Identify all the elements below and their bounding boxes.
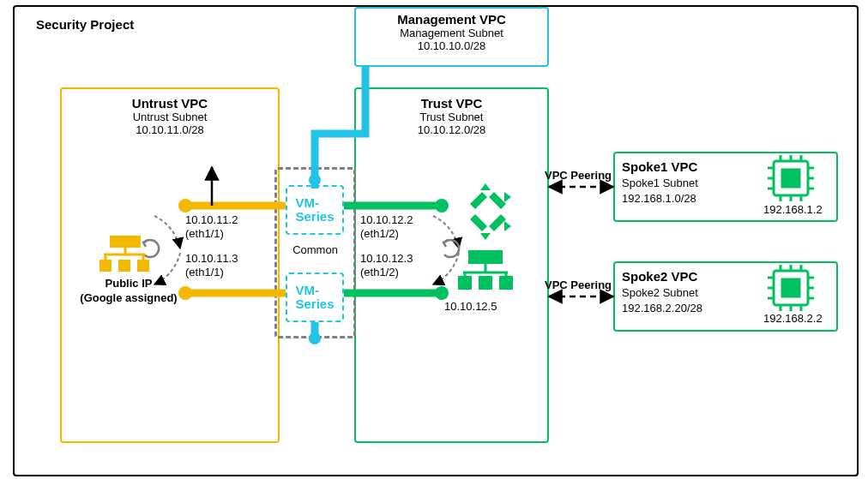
svg-point-2: [178, 199, 192, 213]
svg-point-1: [309, 332, 321, 344]
svg-rect-6: [110, 236, 141, 248]
svg-rect-18: [468, 250, 503, 264]
chip-icon-1: [768, 155, 814, 201]
svg-rect-8: [118, 260, 130, 272]
diagram-canvas: Security Project Management VPC Manageme…: [0, 0, 868, 479]
svg-marker-17: [504, 221, 511, 231]
svg-marker-14: [480, 183, 491, 190]
svg-rect-41: [782, 279, 799, 296]
mgmt-link-1: [315, 67, 365, 189]
svg-point-3: [178, 286, 192, 300]
svg-point-0: [309, 174, 321, 186]
load-balancer-icon-2: [458, 250, 513, 290]
svg-marker-15: [480, 233, 491, 240]
svg-rect-20: [479, 276, 492, 290]
refresh-icon-2: [443, 240, 459, 257]
svg-rect-9: [137, 260, 149, 272]
svg-point-4: [435, 199, 449, 213]
connections-svg: [0, 0, 868, 479]
svg-rect-27: [782, 170, 799, 187]
refresh-icon: [143, 240, 159, 257]
chip-icon-2: [768, 265, 814, 311]
svg-rect-7: [99, 260, 112, 272]
load-balancer-icon: [99, 236, 149, 272]
svg-rect-21: [499, 276, 513, 290]
svg-point-5: [435, 286, 449, 300]
routing-icon: [470, 183, 511, 240]
svg-rect-19: [458, 276, 472, 290]
svg-marker-16: [504, 192, 511, 202]
